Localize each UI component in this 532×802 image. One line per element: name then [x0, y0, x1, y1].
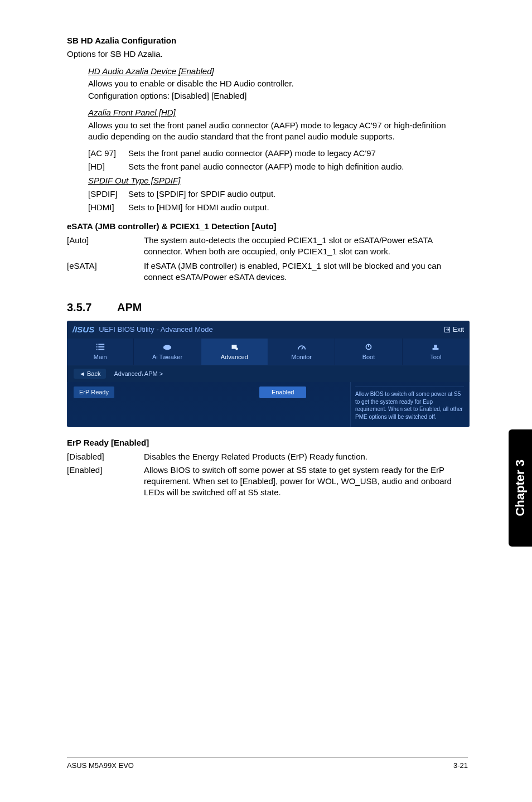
hd-val: Sets the front panel audio connector (AA… [128, 161, 468, 172]
tab-boot-label: Boot [362, 354, 375, 360]
bios-back-button[interactable]: ◄ Back [74, 369, 106, 379]
erp-dis-val: Disables the Energy Related Products (Er… [144, 451, 468, 462]
cloud-icon [162, 343, 172, 351]
section-title: APM [117, 301, 142, 313]
section-heading: 3.5.7APM [67, 300, 468, 315]
chapter-side-label: Chapter 3 [512, 460, 529, 516]
ac97-val: Sets the front panel audio connector (AA… [128, 148, 468, 159]
erp-dis-label: [Disabled] [67, 451, 144, 462]
svg-rect-7 [433, 348, 439, 350]
sbhd-options-for: Options for SB HD Azalia. [67, 49, 468, 60]
tab-monitor-label: Monitor [291, 354, 312, 360]
sbhd-title: SB HD Azalia Configuration [67, 35, 468, 46]
hdmi-label: [HDMI] [88, 202, 128, 213]
erp-title: ErP Ready [Enabled] [67, 437, 468, 448]
bios-exit-button[interactable]: Exit [444, 325, 464, 334]
esata-esata-val: If eSATA (JMB controller) is enabled, PC… [144, 260, 468, 283]
hd-audio-heading: HD Audio Azalia Device [Enabled] [88, 66, 468, 77]
svg-rect-8 [434, 345, 437, 347]
hd-audio-desc: Allows you to enable or disable the HD A… [88, 78, 468, 89]
bios-setting-value[interactable]: Enabled [259, 386, 306, 398]
tab-tool[interactable]: Tool [403, 339, 470, 365]
front-panel-heading: Azalia Front Panel [HD] [88, 107, 468, 118]
bios-titlebar: /ISUS UEFI BIOS Utility - Advanced Mode … [67, 321, 470, 339]
bios-help-text: Allow BIOS to switch off some power at S… [355, 391, 463, 420]
tab-main-label: Main [94, 354, 107, 360]
esata-esata-label: [eSATA] [67, 260, 144, 283]
chip-icon [229, 343, 239, 351]
spdif-heading: SPDIF Out Type [SPDIF] [88, 175, 468, 186]
tab-advanced-label: Advanced [221, 354, 248, 360]
ac97-label: [AC 97] [88, 148, 128, 159]
footer-left: ASUS M5A99X EVO [67, 761, 134, 771]
front-panel-desc: Allows you to set the front panel audio … [88, 120, 468, 143]
hd-audio-cfg: Configuration options: [Disabled] [Enabl… [88, 90, 468, 102]
bios-help-panel: Allow BIOS to switch off some power at S… [350, 382, 470, 427]
tab-tweaker-label: Ai Tweaker [152, 354, 182, 360]
erp-en-val: Allows BIOS to switch off some power at … [144, 465, 468, 499]
bios-setting-label: ErP Ready [74, 386, 114, 398]
list-icon [95, 343, 105, 351]
bios-breadcrumb: ◄ Back Advanced\ APM > [67, 365, 470, 383]
bios-setting-row[interactable]: ErP Ready Enabled [74, 386, 344, 398]
bios-crumb-path: Advanced\ APM > [114, 370, 163, 378]
tab-monitor[interactable]: Monitor [268, 339, 335, 365]
bios-title-text: UEFI BIOS Utility - Advanced Mode [99, 325, 212, 335]
power-icon [364, 343, 374, 351]
chapter-side-tab: Chapter 3 [509, 429, 532, 547]
tab-advanced[interactable]: Advanced [201, 339, 268, 365]
spdif-label: [SPDIF] [88, 189, 128, 200]
footer-right: 3-21 [453, 761, 468, 771]
tool-icon [431, 343, 441, 351]
svg-point-1 [163, 345, 171, 350]
bios-screenshot: /ISUS UEFI BIOS Utility - Advanced Mode … [67, 321, 470, 428]
esata-title: eSATA (JMB controller) & PCIEX1_1 Detect… [67, 221, 468, 232]
svg-line-4 [302, 346, 304, 349]
exit-icon [444, 326, 451, 333]
bios-exit-label: Exit [453, 325, 464, 334]
esata-auto-val: The system auto-detects the occupied PCI… [144, 235, 468, 258]
gauge-icon [297, 343, 307, 351]
bios-brand: /ISUS [72, 324, 94, 335]
page-footer: ASUS M5A99X EVO 3-21 [67, 757, 468, 771]
hdmi-val: Sets to [HDMI] for HDMI audio output. [128, 202, 468, 213]
back-arrow-icon: ◄ [79, 370, 87, 377]
tab-tweaker[interactable]: Ai Tweaker [134, 339, 201, 365]
bios-tabs: Main Ai Tweaker Advanced Monitor Boot To… [67, 339, 470, 365]
section-number: 3.5.7 [67, 300, 117, 315]
erp-en-label: [Enabled] [67, 465, 144, 499]
tab-tool-label: Tool [430, 354, 441, 360]
tab-main[interactable]: Main [67, 339, 134, 365]
spdif-val: Sets to [SPDIF] for SPDIF audio output. [128, 189, 468, 200]
hd-label: [HD] [88, 161, 128, 172]
tab-boot[interactable]: Boot [335, 339, 402, 365]
bios-back-label: Back [87, 370, 100, 377]
esata-auto-label: [Auto] [67, 235, 144, 258]
svg-point-3 [236, 347, 239, 350]
